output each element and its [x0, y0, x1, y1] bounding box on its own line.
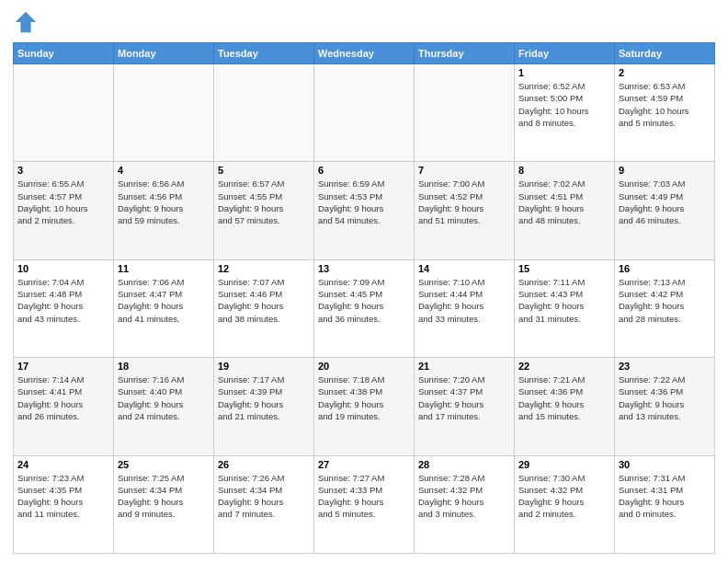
day-info: Sunrise: 7:23 AM Sunset: 4:35 PM Dayligh… — [17, 472, 109, 521]
calendar-cell: 16Sunrise: 7:13 AM Sunset: 4:42 PM Dayli… — [615, 259, 715, 357]
calendar-cell: 29Sunrise: 7:30 AM Sunset: 4:32 PM Dayli… — [515, 455, 615, 553]
day-number: 18 — [118, 361, 210, 372]
calendar-cell: 12Sunrise: 7:07 AM Sunset: 4:46 PM Dayli… — [214, 259, 314, 357]
day-number: 16 — [619, 263, 711, 274]
calendar-cell — [214, 64, 314, 162]
day-info: Sunrise: 6:57 AM Sunset: 4:55 PM Dayligh… — [218, 178, 310, 226]
day-info: Sunrise: 7:02 AM Sunset: 4:51 PM Dayligh… — [518, 178, 610, 226]
day-info: Sunrise: 7:07 AM Sunset: 4:46 PM Dayligh… — [218, 276, 310, 325]
day-info: Sunrise: 7:13 AM Sunset: 4:42 PM Dayligh… — [619, 276, 711, 325]
calendar-header-sunday: Sunday — [14, 43, 114, 64]
calendar-cell — [314, 64, 415, 162]
calendar-cell: 30Sunrise: 7:31 AM Sunset: 4:31 PM Dayli… — [615, 455, 715, 553]
day-number: 1 — [518, 67, 610, 78]
day-info: Sunrise: 7:28 AM Sunset: 4:32 PM Dayligh… — [418, 472, 510, 521]
calendar-header-row: SundayMondayTuesdayWednesdayThursdayFrid… — [14, 43, 715, 64]
calendar-cell: 21Sunrise: 7:20 AM Sunset: 4:37 PM Dayli… — [415, 358, 515, 455]
calendar-cell: 19Sunrise: 7:17 AM Sunset: 4:39 PM Dayli… — [214, 358, 314, 455]
day-number: 2 — [619, 67, 711, 78]
day-number: 13 — [318, 263, 410, 274]
day-number: 5 — [218, 165, 310, 176]
day-number: 4 — [118, 165, 210, 176]
day-info: Sunrise: 7:31 AM Sunset: 4:31 PM Dayligh… — [619, 472, 711, 521]
day-number: 27 — [318, 459, 410, 470]
day-number: 12 — [218, 263, 310, 274]
logo-icon — [13, 9, 39, 35]
calendar-header-friday: Friday — [515, 43, 615, 64]
day-number: 9 — [619, 165, 711, 176]
calendar-week-4: 24Sunrise: 7:23 AM Sunset: 4:35 PM Dayli… — [14, 455, 715, 553]
day-info: Sunrise: 7:25 AM Sunset: 4:34 PM Dayligh… — [118, 472, 210, 521]
day-number: 19 — [218, 361, 310, 372]
day-number: 3 — [17, 165, 109, 176]
day-number: 8 — [518, 165, 610, 176]
day-number: 10 — [17, 263, 109, 274]
day-info: Sunrise: 6:53 AM Sunset: 4:59 PM Dayligh… — [619, 80, 711, 129]
calendar-cell: 24Sunrise: 7:23 AM Sunset: 4:35 PM Dayli… — [14, 455, 114, 553]
day-info: Sunrise: 7:10 AM Sunset: 4:44 PM Dayligh… — [418, 276, 510, 325]
calendar-cell: 27Sunrise: 7:27 AM Sunset: 4:33 PM Dayli… — [314, 455, 415, 553]
calendar-week-1: 3Sunrise: 6:55 AM Sunset: 4:57 PM Daylig… — [14, 162, 715, 259]
day-number: 22 — [518, 361, 610, 372]
calendar: SundayMondayTuesdayWednesdayThursdayFrid… — [13, 42, 715, 554]
calendar-cell — [14, 64, 114, 162]
day-info: Sunrise: 7:09 AM Sunset: 4:45 PM Dayligh… — [318, 276, 410, 325]
calendar-cell — [415, 64, 515, 162]
calendar-cell: 17Sunrise: 7:14 AM Sunset: 4:41 PM Dayli… — [14, 358, 114, 455]
calendar-cell: 22Sunrise: 7:21 AM Sunset: 4:36 PM Dayli… — [515, 358, 615, 455]
day-number: 25 — [118, 459, 210, 470]
header — [13, 9, 715, 35]
day-number: 21 — [418, 361, 510, 372]
calendar-header-thursday: Thursday — [415, 43, 515, 64]
calendar-cell: 4Sunrise: 6:56 AM Sunset: 4:56 PM Daylig… — [114, 162, 214, 259]
day-info: Sunrise: 7:03 AM Sunset: 4:49 PM Dayligh… — [619, 178, 711, 226]
day-info: Sunrise: 7:27 AM Sunset: 4:33 PM Dayligh… — [318, 472, 410, 521]
calendar-cell: 11Sunrise: 7:06 AM Sunset: 4:47 PM Dayli… — [114, 259, 214, 357]
day-info: Sunrise: 7:14 AM Sunset: 4:41 PM Dayligh… — [17, 373, 109, 422]
calendar-cell: 2Sunrise: 6:53 AM Sunset: 4:59 PM Daylig… — [615, 64, 715, 162]
calendar-cell: 3Sunrise: 6:55 AM Sunset: 4:57 PM Daylig… — [14, 162, 114, 259]
calendar-cell: 8Sunrise: 7:02 AM Sunset: 4:51 PM Daylig… — [515, 162, 615, 259]
day-info: Sunrise: 7:04 AM Sunset: 4:48 PM Dayligh… — [17, 276, 109, 325]
calendar-cell: 9Sunrise: 7:03 AM Sunset: 4:49 PM Daylig… — [615, 162, 715, 259]
calendar-header-tuesday: Tuesday — [214, 43, 314, 64]
day-number: 23 — [619, 361, 711, 372]
day-number: 29 — [518, 459, 610, 470]
day-info: Sunrise: 6:52 AM Sunset: 5:00 PM Dayligh… — [518, 80, 610, 129]
day-info: Sunrise: 7:00 AM Sunset: 4:52 PM Dayligh… — [418, 178, 510, 226]
svg-marker-0 — [16, 12, 36, 32]
calendar-cell: 25Sunrise: 7:25 AM Sunset: 4:34 PM Dayli… — [114, 455, 214, 553]
logo — [13, 9, 42, 35]
day-info: Sunrise: 7:11 AM Sunset: 4:43 PM Dayligh… — [518, 276, 610, 325]
day-number: 7 — [418, 165, 510, 176]
day-info: Sunrise: 7:22 AM Sunset: 4:36 PM Dayligh… — [619, 373, 711, 422]
day-info: Sunrise: 7:16 AM Sunset: 4:40 PM Dayligh… — [118, 373, 210, 422]
calendar-week-0: 1Sunrise: 6:52 AM Sunset: 5:00 PM Daylig… — [14, 64, 715, 162]
day-info: Sunrise: 7:17 AM Sunset: 4:39 PM Dayligh… — [218, 373, 310, 422]
day-number: 11 — [118, 263, 210, 274]
calendar-cell: 6Sunrise: 6:59 AM Sunset: 4:53 PM Daylig… — [314, 162, 415, 259]
calendar-cell: 18Sunrise: 7:16 AM Sunset: 4:40 PM Dayli… — [114, 358, 214, 455]
day-number: 26 — [218, 459, 310, 470]
day-info: Sunrise: 7:21 AM Sunset: 4:36 PM Dayligh… — [518, 373, 610, 422]
calendar-cell: 1Sunrise: 6:52 AM Sunset: 5:00 PM Daylig… — [515, 64, 615, 162]
calendar-cell: 13Sunrise: 7:09 AM Sunset: 4:45 PM Dayli… — [314, 259, 415, 357]
day-number: 17 — [17, 361, 109, 372]
day-number: 6 — [318, 165, 410, 176]
calendar-cell: 20Sunrise: 7:18 AM Sunset: 4:38 PM Dayli… — [314, 358, 415, 455]
day-number: 24 — [17, 459, 109, 470]
day-info: Sunrise: 6:56 AM Sunset: 4:56 PM Dayligh… — [118, 178, 210, 226]
day-info: Sunrise: 7:30 AM Sunset: 4:32 PM Dayligh… — [518, 472, 610, 521]
calendar-cell: 15Sunrise: 7:11 AM Sunset: 4:43 PM Dayli… — [515, 259, 615, 357]
day-number: 30 — [619, 459, 711, 470]
day-info: Sunrise: 7:06 AM Sunset: 4:47 PM Dayligh… — [118, 276, 210, 325]
day-info: Sunrise: 7:20 AM Sunset: 4:37 PM Dayligh… — [418, 373, 510, 422]
calendar-header-wednesday: Wednesday — [314, 43, 415, 64]
calendar-cell: 28Sunrise: 7:28 AM Sunset: 4:32 PM Dayli… — [415, 455, 515, 553]
calendar-header-monday: Monday — [114, 43, 214, 64]
day-info: Sunrise: 6:59 AM Sunset: 4:53 PM Dayligh… — [318, 178, 410, 226]
day-info: Sunrise: 6:55 AM Sunset: 4:57 PM Dayligh… — [17, 178, 109, 226]
day-info: Sunrise: 7:18 AM Sunset: 4:38 PM Dayligh… — [318, 373, 410, 422]
page: SundayMondayTuesdayWednesdayThursdayFrid… — [0, 0, 728, 563]
calendar-cell: 23Sunrise: 7:22 AM Sunset: 4:36 PM Dayli… — [615, 358, 715, 455]
